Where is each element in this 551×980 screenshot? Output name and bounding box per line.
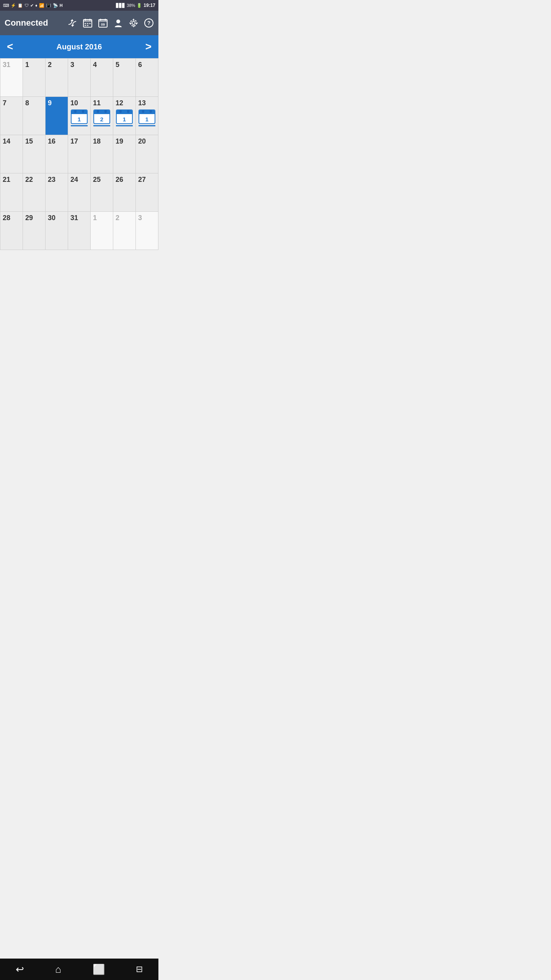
day-number: 31 [70,214,78,222]
day-number: 26 [116,176,123,183]
calendar-cell[interactable]: 20 [136,135,158,173]
svg-point-14 [116,20,120,23]
day-number: 29 [25,214,33,222]
battery-icon: 🔋 [137,3,142,8]
day-number: 4 [93,61,97,69]
wifi-icon: 📡 [53,3,58,8]
day-number: 22 [25,176,33,183]
calendar-cell[interactable]: 3 [136,212,158,250]
svg-point-16 [130,20,137,26]
day-number: 6 [138,61,142,69]
calendar-cell[interactable]: 4 [91,59,113,97]
calendar-cell[interactable]: 23 [46,173,68,212]
calendar-cell[interactable]: 1 [91,212,113,250]
calendar-cell[interactable]: 1 [23,59,46,97]
day-number: 12 [116,99,123,107]
day-number: 30 [48,214,55,222]
code-icon: ⌨ [3,3,9,8]
calendar-cell[interactable]: 25 [91,173,113,212]
call-icon: 📶 [39,3,44,8]
calendar-event[interactable]: 1 [116,109,133,126]
app-bar-icons: 09 ? [67,18,154,28]
svg-rect-1 [83,20,92,22]
event-underline [71,125,88,126]
calendar-cell[interactable]: 112 [91,97,113,135]
calendar-event[interactable]: 1 [70,109,88,126]
calendar-cell[interactable]: 3 [68,59,91,97]
calendar-cell[interactable]: 14 [0,135,23,173]
help-icon[interactable]: ? [144,18,154,28]
calendar-cell[interactable]: 30 [46,212,68,250]
sync-icon[interactable] [67,18,77,28]
month-title: August 2016 [57,42,102,51]
day-number: 24 [70,176,78,183]
calendar-cell[interactable]: 6 [136,59,158,97]
calendar-cell[interactable]: 29 [23,212,46,250]
day-number: 10 [70,99,78,107]
day-number: 27 [138,176,146,183]
calendar-cell[interactable]: 26 [113,173,136,212]
calendar-cell[interactable]: 8 [23,97,46,135]
calendar-cell[interactable]: 28 [0,212,23,250]
calendar-cell[interactable]: 27 [136,173,158,212]
calendar-cell[interactable]: 19 [113,135,136,173]
svg-rect-8 [87,25,88,26]
day-number: 25 [93,176,101,183]
calendar-cell[interactable]: 2 [46,59,68,97]
network-h-icon: H [60,3,63,8]
calendar-month-icon[interactable] [83,18,93,28]
calendar-cell[interactable]: 121 [113,97,136,135]
prev-month-button[interactable]: < [3,41,17,53]
signal-bars-icon: ▊▊▊ [116,3,125,8]
calendar-cell[interactable]: 17 [68,135,91,173]
event-count: 1 [145,116,148,122]
day-number: 7 [3,99,7,107]
event-count: 1 [123,116,126,122]
settings-icon[interactable] [129,18,139,28]
event-count: 1 [78,116,81,122]
battery-percent: 38% [127,3,135,8]
calendar-cell[interactable]: 18 [91,135,113,173]
clock: 19:17 [143,3,155,8]
calendar-event[interactable]: 1 [138,109,156,126]
day-number: 31 [3,61,10,69]
svg-rect-4 [85,23,86,24]
calendar-cell[interactable]: 2 [113,212,136,250]
day-number: 28 [3,214,10,222]
day-number: 17 [70,137,78,145]
status-icons-right: ▊▊▊ 38% 🔋 19:17 [116,3,155,8]
calendar-cell[interactable]: 22 [23,173,46,212]
day-number: 14 [3,137,10,145]
calendar-event[interactable]: 2 [93,109,111,126]
day-number: 8 [25,99,29,107]
day-number: 20 [138,137,146,145]
next-month-button[interactable]: > [142,41,155,53]
calendar-cell[interactable]: 131 [136,97,158,135]
day-number: 19 [116,137,123,145]
person-icon[interactable] [113,18,123,28]
calendar-cell[interactable]: 24 [68,173,91,212]
app-bar: Connected [0,11,158,35]
calendar-cell[interactable]: 7 [0,97,23,135]
calendar-cell[interactable]: 31 [68,212,91,250]
day-number: 21 [3,176,10,183]
day-number: 18 [93,137,101,145]
bug-icon: ♦ [35,3,37,8]
event-count: 2 [100,116,103,122]
svg-text:09: 09 [101,23,105,26]
svg-point-15 [132,21,135,24]
event-underline [93,125,110,126]
calendar-cell[interactable]: 101 [68,97,91,135]
clipboard-icon: 📋 [18,3,23,8]
calendar-cell[interactable]: 21 [0,173,23,212]
calendar-cell[interactable]: 31 [0,59,23,97]
calendar-cell[interactable]: 9 [46,97,68,135]
event-underline [116,125,133,126]
svg-rect-7 [85,25,86,26]
calendar-day-icon[interactable]: 09 [98,18,108,28]
calendar-cell[interactable]: 5 [113,59,136,97]
day-number: 15 [25,137,33,145]
calendar-cell[interactable]: 15 [23,135,46,173]
calendar-cell[interactable]: 16 [46,135,68,173]
app-title: Connected [5,18,48,28]
